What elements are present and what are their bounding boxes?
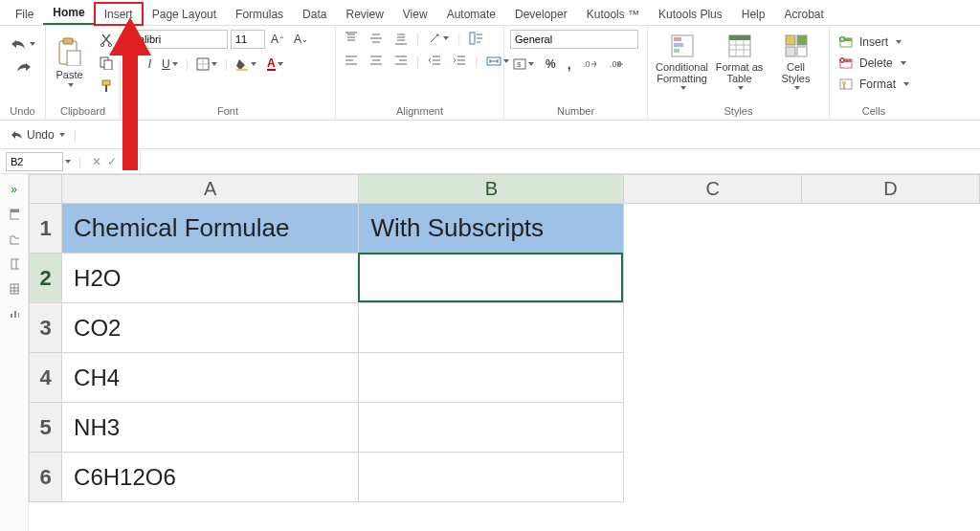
bold-icon[interactable]: B	[126, 55, 141, 73]
comma-style-icon[interactable]: ,	[565, 55, 574, 74]
tab-review[interactable]: Review	[336, 3, 392, 25]
font-size-select[interactable]	[231, 30, 265, 49]
cell-C6[interactable]	[624, 453, 802, 502]
tab-acrobat[interactable]: Acrobat	[774, 3, 833, 25]
cell-C5[interactable]	[624, 403, 802, 453]
side-folder-icon[interactable]	[7, 232, 22, 247]
number-format-select[interactable]	[510, 30, 638, 49]
cell-D2[interactable]	[802, 254, 980, 303]
increase-font-icon[interactable]: A⌃	[268, 31, 288, 48]
fx-icon[interactable]: fx	[125, 155, 134, 168]
cell-D1[interactable]	[802, 204, 980, 254]
cell-B2[interactable]	[359, 254, 624, 303]
tab-file[interactable]: File	[6, 3, 43, 25]
copy-icon[interactable]	[97, 55, 116, 72]
wrap-text-icon[interactable]	[466, 30, 487, 47]
tab-automate[interactable]: Automate	[437, 3, 505, 25]
decrease-font-icon[interactable]: A⌄	[291, 31, 311, 48]
align-bottom-icon[interactable]	[391, 30, 411, 47]
row-header-3[interactable]: 3	[30, 303, 62, 353]
row-header-6[interactable]: 6	[30, 453, 62, 502]
decrease-indent-icon[interactable]	[425, 53, 444, 70]
cell-B3[interactable]	[359, 303, 624, 353]
cell-D5[interactable]	[802, 403, 980, 453]
cell-C2[interactable]	[624, 254, 802, 303]
cell-B4[interactable]	[359, 353, 624, 403]
cell-C1[interactable]	[624, 204, 802, 254]
undo-icon[interactable]	[8, 35, 38, 53]
col-header-A[interactable]: A	[62, 175, 359, 204]
cell-A6[interactable]: C6H12O6	[62, 453, 359, 502]
side-book-icon[interactable]	[7, 256, 22, 272]
tab-home[interactable]: Home	[43, 1, 94, 25]
align-top-icon[interactable]	[342, 30, 361, 47]
cell-styles-button[interactable]: Cell Styles	[768, 32, 823, 92]
orientation-icon[interactable]	[425, 30, 452, 47]
cells-insert-button[interactable]: Insert	[835, 33, 904, 51]
cells-format-button[interactable]: Format	[835, 76, 912, 93]
cell-A2[interactable]: H2O	[62, 254, 359, 303]
tab-data[interactable]: Data	[293, 3, 336, 25]
align-left-icon[interactable]	[342, 53, 361, 70]
row-header-5[interactable]: 5	[30, 403, 62, 453]
align-middle-icon[interactable]	[367, 30, 386, 47]
side-expand-icon[interactable]: »	[7, 182, 22, 197]
tab-developer[interactable]: Developer	[505, 3, 577, 25]
cancel-formula-icon[interactable]: ✕	[89, 153, 104, 170]
formula-input[interactable]	[140, 149, 980, 173]
tab-insert[interactable]: Insert	[95, 3, 143, 25]
cell-B6[interactable]	[359, 453, 624, 502]
enter-formula-icon[interactable]: ✓	[104, 153, 120, 170]
redo-icon[interactable]	[11, 58, 34, 76]
fill-color-icon[interactable]	[233, 55, 259, 73]
tab-kutools[interactable]: Kutools ™	[577, 3, 649, 25]
spreadsheet-grid[interactable]: ABCD1Chemical FormulaeWith Subscripts2H2…	[29, 174, 980, 531]
cell-B1[interactable]: With Subscripts	[359, 204, 624, 254]
align-center-icon[interactable]	[367, 53, 386, 70]
italic-icon[interactable]: I	[145, 55, 154, 73]
tab-kutools-plus[interactable]: Kutools Plus	[649, 3, 732, 25]
tab-page-layout[interactable]: Page Layout	[143, 3, 226, 25]
cell-A1[interactable]: Chemical Formulae	[62, 204, 359, 254]
cell-C4[interactable]	[624, 353, 802, 403]
cell-D3[interactable]	[802, 303, 980, 353]
qa-undo-button[interactable]: Undo	[8, 126, 68, 144]
underline-icon[interactable]: U	[159, 55, 181, 73]
side-panes-icon[interactable]	[7, 207, 22, 222]
format-painter-icon[interactable]	[97, 77, 116, 95]
cell-D4[interactable]	[802, 353, 980, 403]
tab-view[interactable]: View	[393, 3, 437, 25]
row-header-2[interactable]: 2	[30, 254, 62, 303]
cell-D6[interactable]	[802, 453, 980, 502]
row-header-4[interactable]: 4	[30, 353, 62, 403]
cell-A4[interactable]: CH4	[62, 353, 359, 403]
col-header-B[interactable]: B	[359, 175, 624, 204]
side-grid-icon[interactable]	[7, 281, 22, 297]
side-chart-icon[interactable]	[7, 306, 22, 321]
col-header-D[interactable]: D	[802, 175, 980, 204]
increase-decimal-icon[interactable]: .0	[580, 56, 601, 72]
align-right-icon[interactable]	[391, 53, 411, 70]
accounting-format-icon[interactable]: $	[510, 55, 537, 73]
font-color-icon[interactable]: A	[264, 55, 286, 73]
increase-indent-icon[interactable]	[450, 53, 469, 70]
font-family-select[interactable]	[126, 30, 228, 49]
tab-help[interactable]: Help	[732, 3, 775, 25]
tab-formulas[interactable]: Formulas	[226, 3, 293, 25]
cells-delete-button[interactable]: Delete	[835, 55, 909, 72]
select-all-corner[interactable]	[30, 175, 62, 204]
paste-button[interactable]: Paste	[51, 35, 89, 88]
cell-A5[interactable]: NH3	[62, 403, 359, 453]
name-box[interactable]	[6, 152, 63, 171]
cut-icon[interactable]	[97, 32, 116, 49]
cell-B5[interactable]	[359, 403, 624, 453]
conditional-formatting-button[interactable]: Conditional Formatting	[654, 32, 710, 92]
decrease-decimal-icon[interactable]: .00	[607, 56, 628, 72]
cell-A3[interactable]: CO2	[62, 303, 359, 353]
format-as-table-button[interactable]: Format as Table	[712, 32, 767, 92]
col-header-C[interactable]: C	[624, 175, 802, 204]
row-header-1[interactable]: 1	[30, 204, 62, 254]
percent-icon[interactable]: %	[543, 55, 559, 73]
cell-C3[interactable]	[624, 303, 802, 353]
borders-icon[interactable]	[193, 55, 220, 73]
